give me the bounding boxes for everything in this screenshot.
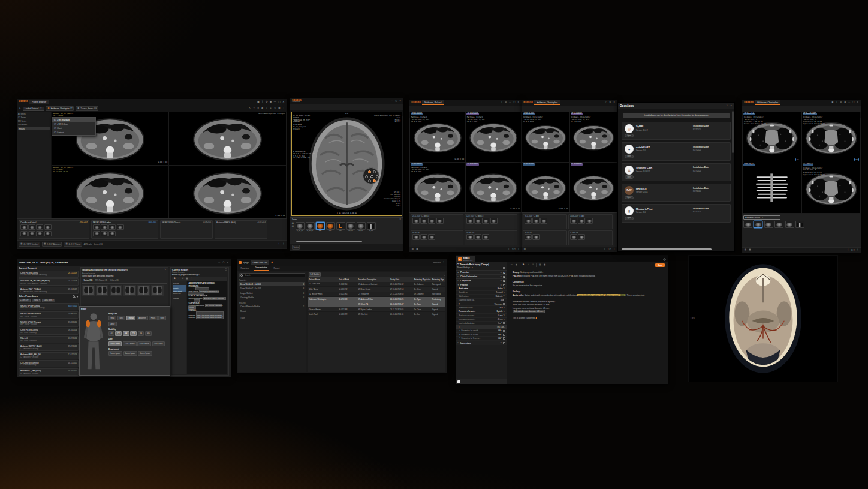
table-icon[interactable]: [186, 278, 189, 280]
series-thumbnail[interactable]: [20, 231, 28, 236]
template-subtitle[interactable]: *Normal Findings: [457, 266, 470, 269]
grid-icon[interactable]: [291, 223, 294, 224]
xray-thumbnail[interactable]: [137, 285, 150, 296]
series-thumbnail[interactable]: [795, 221, 804, 228]
series-thumbnail[interactable]: [93, 224, 100, 230]
outline-item[interactable]: Impression: [173, 300, 186, 302]
column-header[interactable]: Referring Sign: [432, 278, 444, 281]
more-icon[interactable]: [190, 278, 193, 280]
checkbox[interactable]: [503, 267, 505, 269]
series-thumbnail[interactable]: [36, 231, 43, 236]
section-findings[interactable]: Findings+: [456, 283, 507, 287]
body-silhouette[interactable]: [82, 312, 106, 373]
next-icon[interactable]: [613, 248, 616, 250]
series-thumbnail[interactable]: [108, 231, 116, 236]
table-row[interactable]: Becker^Hans19.02.1965CT Thorax PE27.11.2…: [308, 292, 445, 297]
chevron-down-icon[interactable]: [471, 267, 474, 269]
radial-tool-menu[interactable]: [363, 167, 379, 184]
angle-icon[interactable]: [270, 107, 273, 109]
expand-row-icon[interactable]: [309, 293, 312, 295]
highlighted-text[interactable]: (quantified leaflet calcium load: [577, 294, 604, 296]
edit-icon[interactable]: [503, 314, 506, 316]
series-thumbnail[interactable]: [367, 222, 376, 230]
search-icon[interactable]: [73, 295, 75, 298]
series-thumbnail[interactable]: [428, 218, 435, 224]
worklist-item[interactable]: Recent: [239, 309, 305, 314]
radial-tool-icon-active[interactable]: [373, 179, 376, 182]
viewport[interactable]: W 400 C 40: [169, 166, 286, 219]
menu-item[interactable]: CT + MR E-Scan: [52, 122, 95, 127]
snapshot-icon[interactable]: [257, 101, 260, 103]
series-thumbnail[interactable]: [482, 234, 489, 240]
edit-icon[interactable]: [503, 287, 506, 289]
pan-tool-icon[interactable]: [253, 107, 256, 109]
series-thumbnail-selected[interactable]: [754, 221, 762, 228]
more-icon[interactable]: [442, 262, 445, 263]
checkbox[interactable]: [503, 299, 505, 301]
dictation-icon[interactable]: [510, 264, 513, 266]
close-icon[interactable]: [399, 100, 402, 102]
prev-icon[interactable]: [846, 249, 849, 251]
filter-icon[interactable]: [76, 296, 79, 298]
procedure-row[interactable]: CT Chest w/o contrast05.11.2012 CT • Che…: [19, 360, 79, 367]
worklist-item-selected[interactable]: Demo Worklist 1 - Jul 20204: [239, 282, 305, 287]
ruler-icon[interactable]: [266, 107, 269, 109]
navigator-row[interactable]: All Series: [18, 113, 50, 115]
series-badge-current[interactable]: CT 28.11.2019: [411, 113, 423, 115]
app-card-suiteheart[interactable]: ◕ Open suiteHEART Version: 5.0 Installat…: [622, 142, 731, 160]
viewport[interactable]: CT Chest 5.0 Heldmann, Christopher *04.0…: [802, 163, 861, 214]
add-icon[interactable]: +: [499, 276, 502, 278]
prev-icon[interactable]: [507, 248, 510, 250]
close-icon[interactable]: [399, 218, 402, 220]
series-thumbnail[interactable]: [532, 218, 540, 224]
series-thumbnail[interactable]: [774, 221, 783, 228]
procedure-row[interactable]: NEURO SPINE^Thoracic24.08.2015 MR • Thor…: [19, 311, 79, 319]
layout-chip[interactable]: 2×2 CT Abdomen: [42, 242, 62, 246]
tab-reporting[interactable]: Reporting: [239, 266, 250, 271]
plugin-icon[interactable]: [457, 380, 460, 383]
series-thumbnail[interactable]: [326, 222, 335, 230]
menu-item[interactable]: CT Chest: [52, 127, 95, 131]
filter-option[interactable]: Pelvis: [149, 316, 157, 320]
series-badge-current[interactable]: CT 28.11.2019: [411, 163, 423, 166]
search-input[interactable]: [239, 273, 305, 277]
filter-option[interactable]: MG: [145, 331, 152, 336]
section-procedure[interactable]: Procedure+: [456, 270, 507, 274]
highlighted-text[interactable]: (Agatston score):: [604, 294, 619, 296]
pointer-tool-icon[interactable]: [249, 107, 252, 109]
procedure-row[interactable]: NEURO SPINE^Thoracic23.08.2015 MR • Thor…: [19, 320, 79, 327]
procedure-row[interactable]: Ribs Left18.09.2014 CR • Chest • Radiolo…: [19, 336, 79, 343]
radial-tool-icon[interactable]: [376, 175, 379, 178]
column-header[interactable]: Referring Physician: [414, 278, 432, 281]
menu-item[interactable]: CT + MR Standard: [52, 118, 95, 122]
layout-chip[interactable]: 2×2 MPR Standard: [19, 242, 40, 246]
settings-icon[interactable]: [505, 101, 508, 103]
filter-chip[interactable]: CT,MR,CR ×: [19, 299, 31, 302]
edit-icon[interactable]: [503, 319, 506, 320]
filter-option[interactable]: Last 1 Month: [123, 341, 137, 346]
viewport[interactable]: CT 26.11.2019 Heldmann, Christopher *04.…: [522, 112, 569, 162]
help-icon[interactable]: [836, 101, 839, 103]
layout-chip[interactable]: 2×2 CT Thorax: [64, 242, 82, 246]
series-thumbnail[interactable]: [336, 222, 345, 230]
layout-icon[interactable]: [278, 107, 281, 109]
procedure-row[interactable]: Abdomen^MRPDF (Adult)25.09.2013 CT • Abd…: [19, 344, 79, 351]
wl-chip[interactable]: 5.0: [795, 158, 800, 161]
filter-option-selected[interactable]: Last 1 Week: [108, 341, 122, 346]
series-thumbnail-selected[interactable]: [316, 222, 325, 230]
series-thumbnail[interactable]: [28, 224, 35, 230]
series-thumbnail[interactable]: [474, 218, 481, 224]
help-icon[interactable]: [663, 258, 666, 261]
checkbox-checked[interactable]: [503, 280, 505, 283]
section-comparison[interactable]: Comparison+: [456, 278, 507, 283]
edit-icon[interactable]: [503, 292, 506, 293]
series-group[interactable]: 26.11.2019 · CT Abd: [523, 214, 567, 229]
smart-reporting-tab[interactable]: S SMART REPORTING: [456, 256, 475, 262]
horizontal-scrollbar[interactable]: [622, 248, 712, 250]
bold-icon[interactable]: B: [522, 264, 525, 266]
grid-icon[interactable]: [749, 249, 752, 251]
user-icon[interactable]: [844, 101, 847, 103]
prev-icon[interactable]: [278, 243, 281, 245]
winA-tab-patient-browser[interactable]: Patient Browser: [29, 100, 49, 104]
request-card[interactable]: Abdomen^TAP_PE(Adult)23.11.2019 CT • Hea…: [19, 287, 79, 294]
